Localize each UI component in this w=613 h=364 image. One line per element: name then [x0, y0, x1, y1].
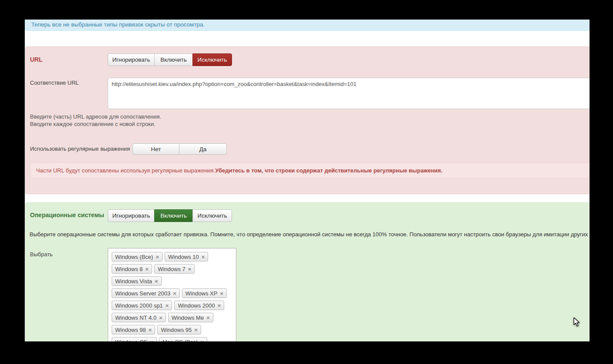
os-tag-label: Windows Vista: [115, 278, 152, 285]
os-tag: Windows 2000 sp1 ×: [112, 301, 172, 310]
remove-tag-icon[interactable]: ×: [206, 315, 210, 321]
os-tag: Windows Vista ×: [112, 276, 162, 286]
remove-tag-icon[interactable]: ×: [155, 278, 158, 284]
url-help-line1: Введите (часть) URL адресов для сопостав…: [30, 113, 161, 120]
os-tag-label: Windows 2000 sp1: [115, 302, 163, 309]
os-tag-label: Windows 8: [115, 266, 143, 272]
os-tag: Windows 8 ×: [112, 264, 152, 274]
settings-panel: Теперь все не выбранные типы привязок ск…: [25, 20, 590, 341]
remove-tag-icon[interactable]: ×: [220, 291, 223, 296]
mouse-cursor-icon: [573, 318, 582, 327]
os-tag-select[interactable]: Windows (Все) × Windows 10 × Windows 8 ×…: [108, 248, 236, 341]
os-tag-label: Mac OS (Все): [162, 339, 198, 342]
os-tag-label: Windows NT 4.0: [115, 314, 156, 321]
url-mode-button-group: Игнорировать Включить Исключить: [108, 53, 232, 66]
url-ignore-button[interactable]: Игнорировать: [108, 53, 155, 66]
remove-tag-icon[interactable]: ×: [159, 315, 162, 321]
url-section-title: URL: [30, 56, 43, 63]
url-match-label: Соответствие URL: [30, 79, 79, 86]
os-tag: Windows 98 ×: [112, 325, 155, 334]
url-exclude-button[interactable]: Исключить: [192, 53, 232, 66]
remove-tag-icon[interactable]: ×: [201, 339, 204, 342]
remove-tag-icon[interactable]: ×: [150, 339, 153, 342]
os-tag: Windows Me ×: [168, 313, 213, 322]
os-include-button[interactable]: Включить: [154, 209, 193, 222]
url-include-button[interactable]: Включить: [154, 53, 193, 66]
os-tag: Windows 2000 ×: [174, 301, 224, 310]
os-tag-label: Windows 7: [158, 266, 186, 272]
os-select-label: Выбрать: [30, 251, 53, 258]
regex-label: Использовать регулярные выражения: [30, 146, 130, 152]
os-tag-label: Windows (Все): [115, 254, 153, 260]
os-tag-label: Windows 10: [168, 254, 199, 260]
url-match-textarea[interactable]: http://elitesushiset.kiev.ua/index.php?o…: [108, 78, 590, 109]
os-tag-label: Windows 95: [161, 327, 192, 333]
os-tag: Windows 7 ×: [154, 264, 195, 274]
info-alert-text: Теперь все не выбранные типы привязок ск…: [31, 21, 205, 28]
os-tag-label: Windows Server 2003: [115, 290, 170, 297]
os-tag-label: Windows CE: [115, 339, 147, 342]
url-help-line2: Вводите каждое сопоставление с новой стр…: [30, 120, 161, 128]
regex-yes-button[interactable]: Да: [179, 143, 227, 155]
os-tag: Windows XP ×: [182, 288, 227, 298]
os-ignore-button[interactable]: Игнорировать: [108, 209, 155, 222]
os-tag: Windows Server 2003 ×: [112, 288, 180, 298]
os-tag-label: Windows 2000: [178, 302, 215, 309]
remove-tag-icon[interactable]: ×: [194, 327, 198, 333]
remove-tag-icon[interactable]: ×: [156, 254, 159, 260]
regex-warning-box: Части URL будут сопоставлены исспользуя …: [30, 162, 590, 179]
remove-tag-icon[interactable]: ×: [202, 254, 205, 260]
os-tag: Mac OS (Все) ×: [159, 337, 207, 341]
os-tag-label: Windows 98: [115, 327, 146, 333]
os-tag: Windows 10 ×: [165, 252, 208, 261]
remove-tag-icon[interactable]: ×: [166, 303, 169, 308]
regex-no-button[interactable]: Нет: [133, 143, 179, 155]
regex-warning-text: Части URL будут сопоставлены исспользуя …: [36, 167, 215, 174]
regex-warning-bold-text: Убедитесь в том, что строки содержат дей…: [215, 167, 442, 174]
os-tag: Windows CE ×: [112, 337, 157, 341]
regex-toggle-group: Нет Да: [133, 143, 227, 155]
os-tag-label: Windows Me: [172, 314, 204, 321]
url-section: URL Игнорировать Включить Исключить Соот…: [25, 46, 590, 194]
os-tag: Windows NT 4.0 ×: [112, 313, 166, 322]
os-description: Выберите операционные системы для которы…: [30, 231, 590, 238]
remove-tag-icon[interactable]: ×: [149, 327, 152, 333]
remove-tag-icon[interactable]: ×: [173, 291, 176, 296]
remove-tag-icon[interactable]: ×: [188, 266, 192, 272]
os-exclude-button[interactable]: Исключить: [192, 209, 232, 222]
os-tag-label: Windows XP: [186, 290, 218, 297]
os-tag: Windows (Все) ×: [112, 252, 162, 261]
os-mode-button-group: Игнорировать Включить Исключить: [108, 209, 232, 222]
os-section-title: Операционные системы: [30, 212, 104, 218]
remove-tag-icon[interactable]: ×: [146, 266, 149, 272]
info-alert: Теперь все не выбранные типы привязок ск…: [25, 20, 590, 31]
url-help-text: Введите (часть) URL адресов для сопостав…: [30, 113, 161, 128]
os-tag: Windows 95 ×: [157, 325, 201, 334]
os-section: Операционные системы Игнорировать Включи…: [25, 202, 590, 341]
remove-tag-icon[interactable]: ×: [218, 303, 221, 308]
